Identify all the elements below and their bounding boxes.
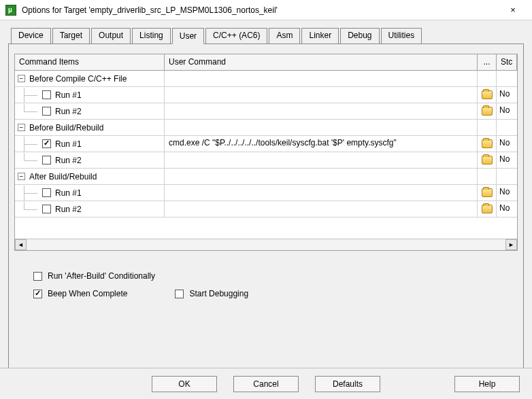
folder-open-icon[interactable]	[482, 139, 493, 148]
grid-header: Command Items User Command ... Stc	[15, 54, 517, 71]
opt-row-2: Beep When Complete Start Debugging	[33, 289, 518, 298]
browse-cell[interactable]	[478, 152, 497, 168]
col-user-command: User Command	[165, 54, 478, 70]
run-label: Run #1	[55, 139, 82, 149]
opt-start-debugging[interactable]: Start Debugging	[175, 289, 248, 298]
stc-cell[interactable]: No	[497, 201, 517, 217]
folder-open-icon[interactable]	[482, 107, 493, 116]
run-label: Run #2	[55, 107, 82, 116]
browse-cell[interactable]	[478, 103, 497, 119]
tab-target[interactable]: Target	[52, 28, 90, 44]
command-grid: Command Items User Command ... Stc −Befo…	[14, 54, 518, 251]
run-label: Run #2	[55, 205, 82, 214]
tree-group-label[interactable]: −Before Build/Rebuild	[15, 120, 165, 135]
browse-cell[interactable]	[478, 136, 497, 152]
scroll-track[interactable]	[27, 239, 505, 250]
run-item[interactable]: Run #1	[15, 185, 165, 201]
tree-group-label[interactable]: −After Build/Rebuild	[15, 169, 165, 184]
tree-branch-icon	[18, 153, 42, 168]
user-command-cell[interactable]	[165, 152, 478, 168]
run-checkbox[interactable]	[42, 205, 51, 213]
tab-strip: Device Target Output Listing User C/C++ …	[8, 28, 524, 44]
stc-cell[interactable]: No	[497, 152, 517, 168]
cancel-button[interactable]: Cancel	[233, 376, 299, 392]
run-item[interactable]: Run #2	[15, 103, 165, 119]
tab-asm[interactable]: Asm	[269, 28, 300, 44]
grid-run-row: Run #1No	[15, 87, 517, 103]
folder-open-icon[interactable]	[482, 156, 493, 164]
user-command-cell[interactable]	[165, 201, 478, 217]
group-label: After Build/Rebuild	[29, 172, 97, 181]
defaults-button[interactable]: Defaults	[315, 376, 380, 392]
tree-collapse-icon[interactable]: −	[18, 124, 25, 131]
run-checkbox[interactable]	[42, 90, 51, 99]
browse-cell[interactable]	[478, 87, 497, 103]
options-area: Run 'After-Build' Conditionally Beep Whe…	[14, 271, 518, 298]
stc-cell[interactable]: No	[497, 185, 517, 201]
opt-start-debugging-label: Start Debugging	[189, 289, 248, 298]
tree-branch-icon	[18, 186, 42, 201]
grid-group-row: −After Build/Rebuild	[15, 169, 517, 185]
run-checkbox[interactable]	[42, 188, 51, 197]
tab-user[interactable]: User	[172, 28, 204, 44]
tab-ccpp[interactable]: C/C++ (AC6)	[205, 28, 267, 44]
grid-run-row: Run #2No	[15, 201, 517, 218]
opt-run-after-build-conditionally[interactable]: Run 'After-Build' Conditionally	[33, 271, 518, 281]
folder-open-icon[interactable]	[482, 188, 493, 197]
col-stc: Stc	[497, 54, 517, 70]
run-checkbox[interactable]	[42, 139, 51, 148]
grid-group-row: −Before Compile C/C++ File	[15, 71, 517, 87]
checkbox[interactable]	[33, 290, 42, 298]
run-checkbox[interactable]	[42, 107, 51, 116]
tab-device[interactable]: Device	[11, 28, 51, 44]
tab-linker[interactable]: Linker	[301, 28, 339, 44]
stc-cell[interactable]: No	[497, 87, 517, 103]
opt-label: Run 'After-Build' Conditionally	[48, 271, 155, 281]
tree-branch-icon	[18, 104, 42, 119]
group-label: Before Build/Rebuild	[29, 123, 103, 133]
app-icon	[5, 5, 16, 16]
run-item[interactable]: Run #1	[15, 136, 165, 152]
group-label: Before Compile C/C++ File	[29, 74, 127, 84]
tree-collapse-icon[interactable]: −	[18, 173, 25, 180]
grid-group-row: −Before Build/Rebuild	[15, 120, 517, 136]
tab-output[interactable]: Output	[91, 28, 131, 44]
run-label: Run #1	[55, 188, 82, 198]
run-item[interactable]: Run #2	[15, 152, 165, 168]
stc-cell[interactable]: No	[497, 103, 517, 119]
browse-cell[interactable]	[478, 201, 497, 217]
folder-open-icon[interactable]	[482, 205, 493, 213]
help-button[interactable]: Help	[454, 376, 520, 392]
col-command-items: Command Items	[15, 54, 165, 70]
user-command-cell[interactable]	[165, 103, 478, 119]
scrollbar-horizontal[interactable]: ◄ ►	[15, 239, 517, 250]
run-label: Run #2	[55, 156, 82, 165]
run-checkbox[interactable]	[42, 156, 51, 164]
tab-panel-user: Command Items User Command ... Stc −Befo…	[8, 44, 524, 373]
ok-button[interactable]: OK	[152, 376, 217, 392]
tab-debug[interactable]: Debug	[340, 28, 379, 44]
checkbox[interactable]	[33, 272, 42, 281]
stc-cell[interactable]: No	[497, 136, 517, 152]
tree-collapse-icon[interactable]: −	[18, 75, 25, 82]
button-bar: OK Cancel Defaults Help	[0, 368, 532, 399]
tab-listing[interactable]: Listing	[132, 28, 171, 44]
dialog-body: Device Target Output Listing User C/C++ …	[0, 20, 532, 367]
run-item[interactable]: Run #2	[15, 201, 165, 217]
tree-group-label[interactable]: −Before Compile C/C++ File	[15, 71, 165, 86]
run-item[interactable]: Run #1	[15, 87, 165, 103]
user-command-cell[interactable]	[165, 87, 478, 103]
user-command-cell[interactable]: cmd.exe /C "$P../../../../../tools/keil/…	[165, 136, 478, 152]
grid-run-row: Run #1No	[15, 185, 517, 201]
grid-run-row: Run #2No	[15, 103, 517, 120]
tree-branch-icon	[18, 137, 42, 152]
user-command-cell[interactable]	[165, 185, 478, 201]
scroll-left-icon[interactable]: ◄	[15, 239, 27, 250]
scroll-right-icon[interactable]: ►	[505, 239, 517, 250]
col-browse: ...	[478, 54, 497, 70]
folder-open-icon[interactable]	[482, 90, 493, 99]
close-icon[interactable]: ×	[499, 3, 527, 18]
tab-utilities[interactable]: Utilities	[381, 28, 422, 44]
checkbox[interactable]	[175, 290, 184, 298]
browse-cell[interactable]	[478, 185, 497, 201]
